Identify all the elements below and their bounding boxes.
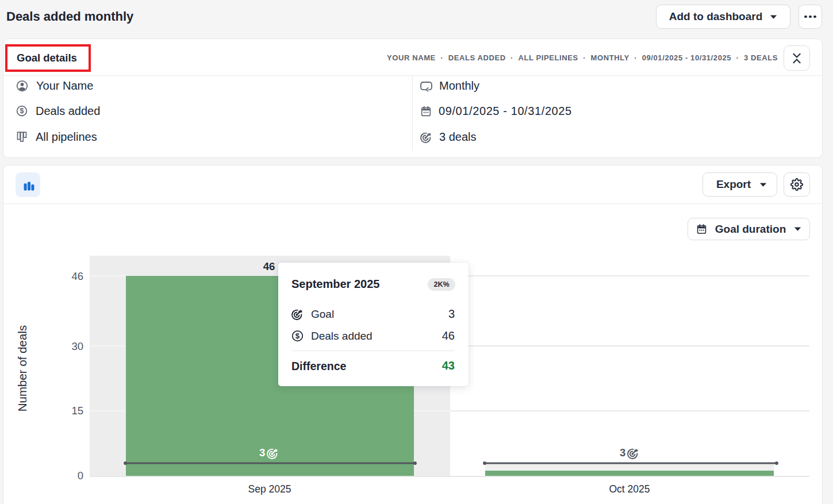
svg-text:$: $ <box>20 107 24 115</box>
svg-text:$: $ <box>295 332 300 340</box>
